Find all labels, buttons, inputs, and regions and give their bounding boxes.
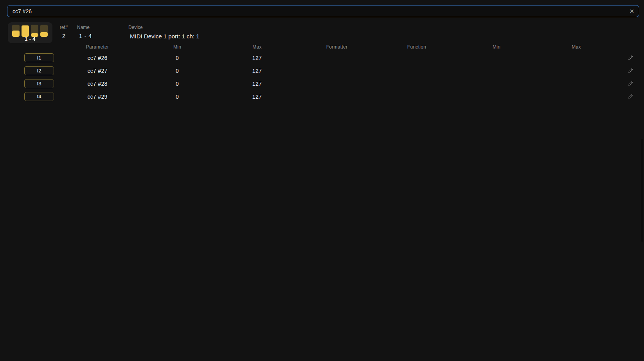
f2-button[interactable]: f2 — [24, 66, 54, 75]
parameter-cell: cc7 #29 — [58, 94, 137, 100]
parameter-cell: cc7 #28 — [58, 81, 137, 87]
fader-2[interactable] — [22, 25, 29, 37]
parameter-cell: cc7 #27 — [58, 68, 137, 74]
header-formatter: Formatter — [297, 44, 377, 50]
search-input[interactable] — [7, 5, 639, 17]
table-row: f2 cc7 #27 0 127 — [0, 64, 644, 77]
min-cell: 0 — [137, 55, 217, 61]
table-row: f1 cc7 #26 0 127 — [0, 51, 644, 64]
min-cell: 0 — [137, 68, 217, 74]
name-field: Name 1 - 4 — [77, 25, 92, 39]
ref-field: ref# 2 — [57, 25, 70, 39]
search-bar: ✕ — [7, 5, 639, 17]
clear-search-icon[interactable]: ✕ — [628, 7, 636, 16]
fader-4[interactable] — [40, 25, 48, 37]
f4-button[interactable]: f4 — [24, 92, 54, 101]
f1-button[interactable]: f1 — [24, 53, 54, 62]
header-max-2: Max — [536, 44, 616, 50]
edit-pencil-icon[interactable] — [628, 68, 634, 74]
table-header-row: Parameter Min Max Formatter Function Min… — [0, 42, 644, 51]
name-value: 1 - 4 — [77, 33, 92, 39]
fader-3[interactable] — [31, 25, 38, 37]
fader-group-label: 1 - 4 — [8, 36, 52, 42]
table-row: f3 cc7 #28 0 127 — [0, 77, 644, 90]
fader-tracks — [12, 25, 48, 37]
min-cell: 0 — [137, 94, 217, 100]
max-cell: 127 — [217, 94, 297, 100]
fader-2-fill — [22, 25, 29, 37]
device-value: MIDI Device 1 port: 1 ch: 1 — [128, 33, 200, 40]
fader-group-widget[interactable]: 1 - 4 — [8, 22, 52, 43]
table-row: f4 cc7 #29 0 127 — [0, 90, 644, 103]
edit-pencil-icon[interactable] — [628, 81, 634, 87]
fader-1[interactable] — [12, 25, 20, 37]
header-min-2: Min — [457, 44, 536, 50]
device-field: Device MIDI Device 1 port: 1 ch: 1 — [128, 25, 200, 40]
max-cell: 127 — [217, 81, 297, 87]
mapping-table: Parameter Min Max Formatter Function Min… — [0, 42, 644, 103]
header-function: Function — [377, 44, 457, 50]
fader-1-fill — [12, 31, 20, 37]
max-cell: 127 — [217, 55, 297, 61]
header-max: Max — [217, 44, 297, 50]
edit-pencil-icon[interactable] — [628, 55, 634, 61]
ref-value: 2 — [57, 33, 70, 39]
parameter-cell: cc7 #26 — [58, 55, 137, 61]
table-body: f1 cc7 #26 0 127 f2 cc7 #27 0 127 — [0, 51, 644, 103]
edit-pencil-icon[interactable] — [628, 94, 634, 100]
device-label: Device — [128, 25, 200, 30]
f3-button[interactable]: f3 — [24, 79, 54, 88]
min-cell: 0 — [137, 81, 217, 87]
header-min: Min — [137, 44, 217, 50]
name-label: Name — [77, 25, 92, 30]
scrollbar-thumb[interactable] — [641, 139, 643, 242]
max-cell: 127 — [217, 68, 297, 74]
ref-label: ref# — [57, 25, 70, 30]
header-parameter: Parameter — [58, 44, 137, 50]
